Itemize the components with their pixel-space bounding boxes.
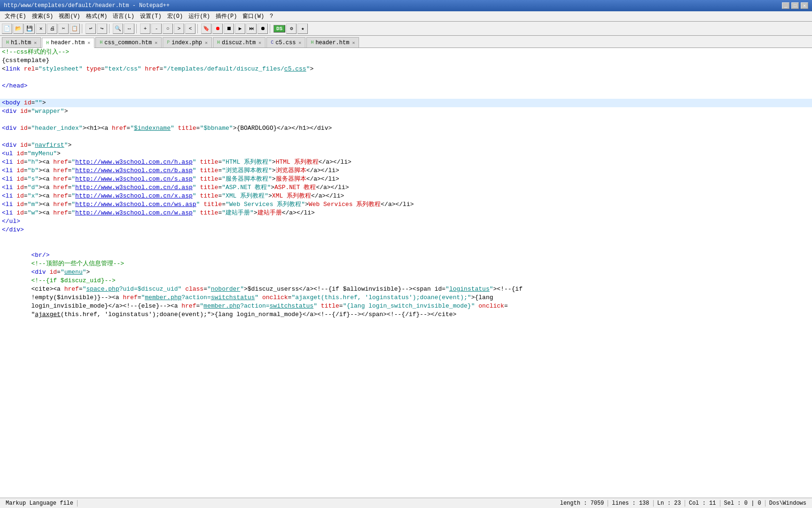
tab-close-css[interactable]: ✕: [155, 40, 157, 46]
status-bar: Markup Language file length : 7059 lines…: [0, 498, 812, 508]
code-line-22: </div>: [0, 226, 812, 234]
code-line-25: <br/>: [0, 251, 812, 260]
maximize-button[interactable]: □: [791, 2, 799, 9]
status-length: length : 7059: [556, 500, 609, 507]
toolbar-separator-1: [82, 24, 84, 33]
cut-button[interactable]: ✂: [58, 24, 69, 34]
toolbar-separator-4: [197, 24, 199, 33]
toolbar-separator-2: [109, 24, 111, 33]
code-line-9: [0, 116, 812, 124]
code-line-5: </head>: [0, 82, 812, 90]
menu-plugins[interactable]: 插件(P): [213, 11, 240, 21]
code-line-3: <link rel="stylesheet" type="text/css" h…: [0, 65, 812, 73]
tab-header2[interactable]: H header.htm ✕: [306, 37, 359, 48]
copy-button[interactable]: 📋: [70, 24, 80, 34]
tab-c5css[interactable]: C c5.css ✕: [266, 37, 305, 48]
code-line-20: <li id="w"><a href="http://www.w3school.…: [0, 209, 812, 217]
status-sel: Sel : 0 | 0: [720, 500, 765, 507]
record-button[interactable]: ⏺: [212, 24, 223, 34]
code-line-7: <body id="">: [0, 99, 812, 107]
play-next-button[interactable]: ⏭: [246, 24, 257, 34]
code-line-2: {csstemplate}: [0, 56, 812, 65]
play-button[interactable]: ▶: [235, 24, 245, 34]
menu-window[interactable]: 窗口(W): [240, 11, 267, 21]
tab-close-c5css[interactable]: ✕: [298, 40, 301, 46]
code-line-11: [0, 133, 812, 141]
window-controls[interactable]: _ □ ✕: [782, 2, 808, 9]
extra-btn1[interactable]: ⚙: [286, 24, 297, 34]
toolbar-separator-3: [136, 24, 138, 33]
save-button[interactable]: 💾: [24, 24, 35, 34]
toolbar-separator-5: [270, 24, 272, 33]
tab-header[interactable]: H header.htm ✕: [42, 38, 94, 48]
tab-discuz[interactable]: H discuz.htm ✕: [213, 37, 265, 48]
menu-search[interactable]: 搜索(S): [29, 11, 56, 21]
tab-h1[interactable]: H h1.htm ✕: [2, 37, 41, 48]
status-filetype: Markup Language file: [2, 500, 78, 507]
code-line-16: <li id="s"><a href="http://www.w3school.…: [0, 175, 812, 183]
indent-button[interactable]: >: [174, 24, 184, 34]
minimize-button[interactable]: _: [782, 2, 789, 9]
menu-language[interactable]: 语言(L): [110, 11, 137, 21]
new-button[interactable]: 📄: [2, 24, 12, 34]
bookmark-button[interactable]: 🔖: [201, 24, 211, 34]
status-encoding: Dos\Windows: [765, 500, 810, 507]
tab-close-discuz[interactable]: ✕: [258, 40, 261, 46]
tab-css-common[interactable]: H css_common.htm ✕: [95, 37, 162, 48]
code-line-18: <li id="x"><a href="http://www.w3school.…: [0, 192, 812, 200]
main-container: 文件(E) 搜索(S) 视图(V) 格式(M) 语言(L) 设置(T) 宏(O)…: [0, 11, 812, 508]
ds-button[interactable]: DS: [273, 25, 285, 32]
extra-btn2[interactable]: ★: [297, 24, 308, 34]
code-line-28: <!--{if $discuz_uid}-->: [0, 277, 812, 285]
close-tab-button[interactable]: ✕: [36, 24, 46, 34]
code-line-19: <li id="m"><a href="http://www.w3school.…: [0, 200, 812, 209]
code-line-31: login_invisible_mode}</a><!--{else}--><a…: [0, 302, 812, 310]
menu-file[interactable]: 文件(E): [2, 11, 29, 21]
toolbar: 📄 📂 💾 ✕ 🖨 ✂ 📋 ↩ ↪ 🔍 ↔ + - ○ > < 🔖 ⏺ ⏹ ▶ …: [0, 22, 812, 36]
code-line-14: <li id="h"><a href="http://www.w3school.…: [0, 158, 812, 167]
menu-run[interactable]: 运行(R): [186, 11, 213, 21]
open-button[interactable]: 📂: [13, 24, 23, 34]
code-line-12: <div id="navfirst">: [0, 141, 812, 150]
menu-view[interactable]: 视图(V): [56, 11, 83, 21]
find-button[interactable]: 🔍: [113, 24, 123, 34]
zoomreset-button[interactable]: ○: [163, 24, 173, 34]
code-line-8: <div id="wrapper">: [0, 107, 812, 116]
print-button[interactable]: 🖨: [47, 24, 57, 34]
code-line-6: [0, 90, 812, 99]
editor-content: <!--css样式的引入--> {csstemplate} <link rel=…: [0, 48, 812, 330]
code-line-4: [0, 73, 812, 82]
tab-index[interactable]: P index.php ✕: [163, 37, 212, 48]
code-line-30: !empty($invisible)}--><a href="member.ph…: [0, 294, 812, 302]
undo-button[interactable]: ↩: [86, 24, 96, 34]
close-button[interactable]: ✕: [801, 2, 808, 9]
code-line-1: <!--css样式的引入-->: [0, 48, 812, 56]
stop-button[interactable]: ⏹: [224, 24, 234, 34]
code-line-32: "ajaxget(this.href, 'loginstatus');doane…: [0, 310, 812, 319]
menu-macro[interactable]: 宏(O): [164, 11, 186, 21]
tab-close-header[interactable]: ✕: [87, 40, 90, 46]
status-col: Col : 11: [685, 500, 720, 507]
code-line-27: <div id="umenu">: [0, 268, 812, 277]
tab-close-header2[interactable]: ✕: [352, 40, 355, 46]
zoom-in-button[interactable]: +: [140, 24, 150, 34]
editor[interactable]: <!--css样式的引入--> {csstemplate} <link rel=…: [0, 48, 812, 498]
zoom-out-button[interactable]: -: [151, 24, 162, 34]
tab-bar: H h1.htm ✕ H header.htm ✕ H css_common.h…: [0, 36, 812, 48]
unindent-button[interactable]: <: [185, 24, 195, 34]
save-macro-button[interactable]: ⏺: [258, 24, 268, 34]
code-line-10: <div id="header_index"><h1><a href="$ind…: [0, 124, 812, 133]
code-line-26: <!--顶部的一些个人信息管理-->: [0, 260, 812, 268]
title-bar: http/www/templates/default/header.htm - …: [0, 0, 812, 11]
tab-close-h1[interactable]: ✕: [34, 40, 37, 46]
menu-settings[interactable]: 设置(T): [137, 11, 164, 21]
menu-help[interactable]: ?: [267, 12, 276, 21]
code-line-29: <cite><a href="space.php?uid=$discuz_uid…: [0, 285, 812, 294]
replace-button[interactable]: ↔: [124, 24, 134, 34]
window-title: http/www/templates/default/header.htm - …: [4, 2, 170, 9]
redo-button[interactable]: ↪: [97, 24, 107, 34]
menu-format[interactable]: 格式(M): [83, 11, 110, 21]
code-line-17: <li id="d"><a href="http://www.w3school.…: [0, 183, 812, 192]
tab-close-index[interactable]: ✕: [205, 40, 208, 46]
status-lines: lines : 138: [608, 500, 653, 507]
